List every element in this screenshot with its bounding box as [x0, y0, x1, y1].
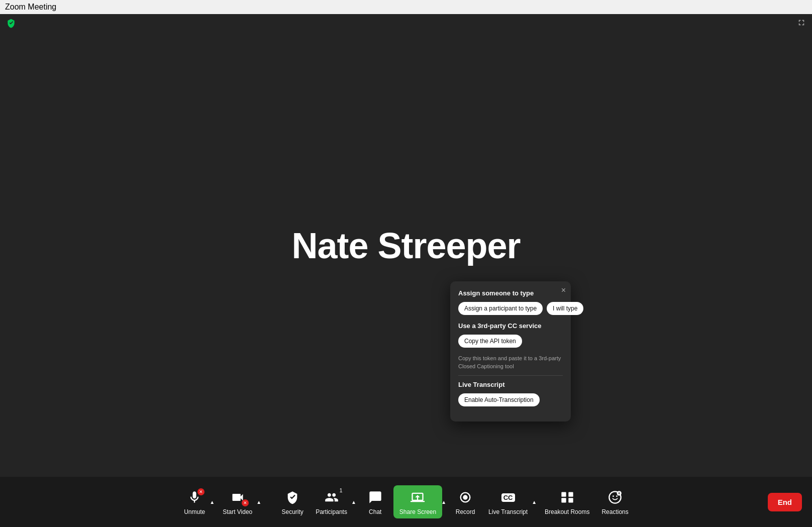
record-label: Record — [456, 508, 475, 515]
record-button[interactable]: Record — [449, 485, 481, 518]
speaker-name: Nate Streeper — [291, 225, 520, 266]
end-button[interactable]: End — [768, 493, 802, 511]
share-screen-icon — [409, 488, 427, 506]
share-screen-label: Share Screen — [399, 508, 436, 515]
share-screen-button[interactable]: Share Screen — [393, 485, 442, 518]
participants-group: 1 Participants ▲ — [311, 485, 357, 518]
unmute-label: Unmute — [184, 508, 205, 515]
expand-icon[interactable] — [797, 18, 806, 29]
reactions-button[interactable]: + Reactions — [596, 485, 633, 518]
popup-divider — [458, 375, 563, 376]
participants-label: Participants — [316, 508, 347, 515]
live-transcript-group: CC Live Transcript ▲ — [483, 485, 538, 518]
breakout-rooms-button[interactable]: Breakout Rooms — [540, 485, 594, 518]
title-bar: Zoom Meeting — [0, 0, 812, 14]
live-transcript-popup: × Assign someone to type Assign a partic… — [450, 281, 571, 421]
security-label: Security — [282, 508, 303, 515]
svg-rect-3 — [568, 492, 573, 497]
helper-text: Copy this token and paste it to a 3rd-pa… — [458, 355, 563, 370]
reactions-icon: + — [606, 488, 624, 506]
svg-point-8 — [616, 495, 618, 497]
copy-api-token-button[interactable]: Copy the API token — [458, 335, 522, 348]
i-will-type-button[interactable]: I will type — [547, 302, 583, 315]
record-icon — [456, 488, 474, 506]
live-transcript-button[interactable]: CC Live Transcript — [483, 485, 533, 518]
muted-indicator: ✕ — [197, 488, 205, 495]
svg-point-7 — [613, 495, 614, 497]
svg-rect-2 — [561, 492, 566, 497]
mic-icon: ✕ — [185, 488, 204, 506]
svg-rect-4 — [561, 498, 566, 502]
start-video-button[interactable]: ✕ Start Video — [218, 485, 257, 518]
share-screen-group: Share Screen ▲ — [393, 485, 447, 518]
reactions-label: Reactions — [601, 508, 628, 515]
participants-icon: 1 — [323, 488, 341, 506]
security-shield-icon — [6, 18, 16, 31]
live-transcript-label: Live Transcript — [488, 508, 528, 515]
start-video-label: Start Video — [223, 508, 252, 515]
assign-participant-button[interactable]: Assign a participant to type — [458, 302, 543, 315]
enable-auto-transcription-button[interactable]: Enable Auto-Transcription — [458, 393, 540, 406]
popup-close-button[interactable]: × — [561, 286, 566, 294]
svg-rect-5 — [568, 498, 573, 502]
chat-button[interactable]: Chat — [359, 485, 391, 518]
live-transcript-icon: CC — [499, 488, 517, 506]
copy-token-row: Copy the API token — [458, 335, 563, 348]
chat-label: Chat — [369, 508, 381, 515]
assign-section-title: Assign someone to type — [458, 289, 563, 297]
cc-badge: CC — [501, 493, 515, 502]
unmute-button[interactable]: ✕ Unmute — [178, 485, 211, 518]
unmute-group: ✕ Unmute ▲ — [178, 485, 216, 518]
video-icon: ✕ — [229, 488, 247, 506]
participants-button[interactable]: 1 Participants — [311, 485, 352, 518]
title-bar-text: Zoom Meeting — [5, 3, 56, 12]
breakout-rooms-icon — [558, 488, 576, 506]
breakout-rooms-label: Breakout Rooms — [545, 508, 589, 515]
svg-point-1 — [463, 495, 467, 499]
participant-count: 1 — [339, 487, 342, 493]
svg-text:+: + — [618, 491, 621, 496]
security-icon — [283, 488, 301, 506]
start-video-group: ✕ Start Video ▲ — [218, 485, 262, 518]
video-muted-indicator: ✕ — [242, 499, 249, 506]
security-button[interactable]: Security — [276, 485, 309, 518]
auto-transcription-row: Enable Auto-Transcription — [458, 393, 563, 406]
chat-icon — [366, 488, 384, 506]
meeting-area: Nate Streeper × Assign someone to type A… — [0, 14, 812, 477]
cc-section-title: Use a 3rd-party CC service — [458, 322, 563, 330]
live-transcript-section-title: Live Transcript — [458, 381, 563, 388]
toolbar: ✕ Unmute ▲ ✕ Start Video ▲ Security — [0, 477, 812, 527]
assign-btn-row: Assign a participant to type I will type — [458, 302, 563, 315]
